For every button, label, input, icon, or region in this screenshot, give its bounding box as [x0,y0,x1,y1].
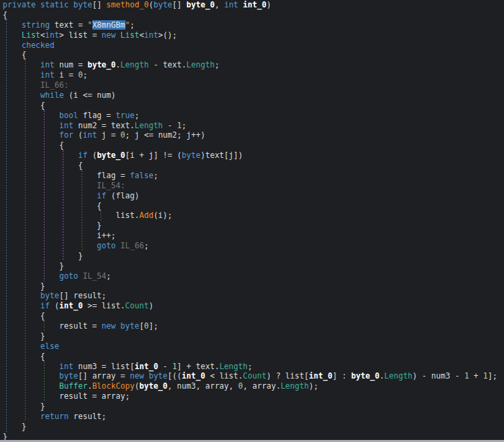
code-token: new [102,30,116,40]
code-token: ; [130,20,135,30]
code-line: goto IL_54; [0,271,504,281]
code-line: IL_54: [0,181,504,191]
code-token: goto [59,271,78,281]
code-token: if [78,150,88,160]
code-token: byte [148,371,167,381]
code-line: List<int> list = new List<int>(); [0,30,504,40]
code-token: IL_54: [97,181,125,190]
code-token: < list. [205,371,243,381]
code-line: IL_66: [0,80,504,90]
code-token: ; [83,70,88,80]
code-token: byte [59,371,78,381]
code-line: int i = 0; [0,70,504,80]
code-line: else [0,341,504,352]
code-line: { [0,201,504,211]
code-token [36,0,40,9]
code-token [3,362,59,371]
code-token: { [3,101,45,110]
code-token: else [40,341,59,351]
code-token: { [3,352,45,361]
code-token: List [22,30,40,40]
code-token: Length [219,362,248,371]
code-line: result = new byte[0]; [0,321,504,331]
code-token: [] array = [78,371,130,381]
code-token: 0 [78,70,83,80]
code-token: int [59,121,74,130]
code-line: goto IL_66; [0,241,504,251]
code-token [116,241,121,250]
code-line: flag = false; [0,171,504,181]
code-token: while [40,90,64,100]
code-token: byte_0 [352,371,380,381]
code-line: int num = byte_0.Length - text.Length; [0,60,504,70]
code-token: } [3,281,45,291]
code-line: { [0,161,504,171]
code-token: [] result; [59,291,107,300]
code-token: int_0 [59,301,83,310]
code-token: int [45,30,59,40]
code-token: ) [148,301,153,310]
code-token: + [469,371,483,381]
code-editor[interactable]: private static byte[] smethod_0(byte[] b… [0,0,504,442]
code-token: int [144,30,158,40]
code-token [3,121,59,130]
code-token: 1 [483,371,488,381]
code-token: { [3,140,64,150]
selected-text: X8mnGBm [92,20,125,30]
code-token: goto [97,241,116,250]
code-token [3,30,22,40]
code-token: )text[j]) [200,150,243,160]
code-token: list. [3,211,139,220]
code-token: - [163,121,177,130]
code-token: result; [69,412,107,421]
code-token: ; [215,60,219,70]
code-token: byte [40,291,59,300]
code-line: } [0,281,504,292]
code-token: [i + j] != ( [125,150,182,160]
code-token: ) ? list[ [267,371,309,381]
code-line: } [0,251,504,261]
code-token: Length [186,60,215,70]
code-token: int [40,70,55,80]
code-token: byte [181,150,200,160]
code-token [3,130,59,140]
code-token: byte_0 [97,150,125,160]
code-token [3,301,40,310]
code-token: Add [139,211,153,220]
code-line: if (int_0 >= list.Count) [0,301,504,311]
code-token: Length [121,60,149,70]
code-token: [(( [167,371,181,381]
code-line: byte[] result; [0,291,504,301]
code-line: { [0,50,504,60]
code-line: for (int j = 0; j <= num2; j++) [0,130,504,140]
code-line: while (i <= num) [0,90,504,101]
code-token: int [59,362,74,371]
code-token: } [3,261,64,271]
code-token: num3 = list[ [74,362,135,371]
code-token: , num3, array, [167,381,238,391]
code-token: checked [22,40,55,50]
code-line: i++; [0,231,504,241]
code-token: >(); [158,30,177,40]
code-token: Length [134,121,163,130]
code-line: { [0,352,504,362]
code-line: } [0,261,504,271]
code-token: Count [243,371,267,381]
code-token [3,191,97,200]
code-token: result = array; [3,391,130,401]
code-token: flag = [78,111,116,120]
code-token: i = [55,70,78,80]
code-token: BlockCopy [92,381,135,391]
code-token: int [83,130,97,140]
code-line: } [0,331,504,341]
code-token: if [40,301,50,310]
code-token: IL_54 [83,271,107,281]
code-line: } [0,402,504,412]
code-line: } [0,221,504,231]
code-token [3,20,22,30]
code-token [3,181,97,190]
code-token: int_0 [243,0,267,9]
code-token: } [3,422,26,431]
code-token: string [22,20,50,30]
code-token: private [3,0,36,9]
